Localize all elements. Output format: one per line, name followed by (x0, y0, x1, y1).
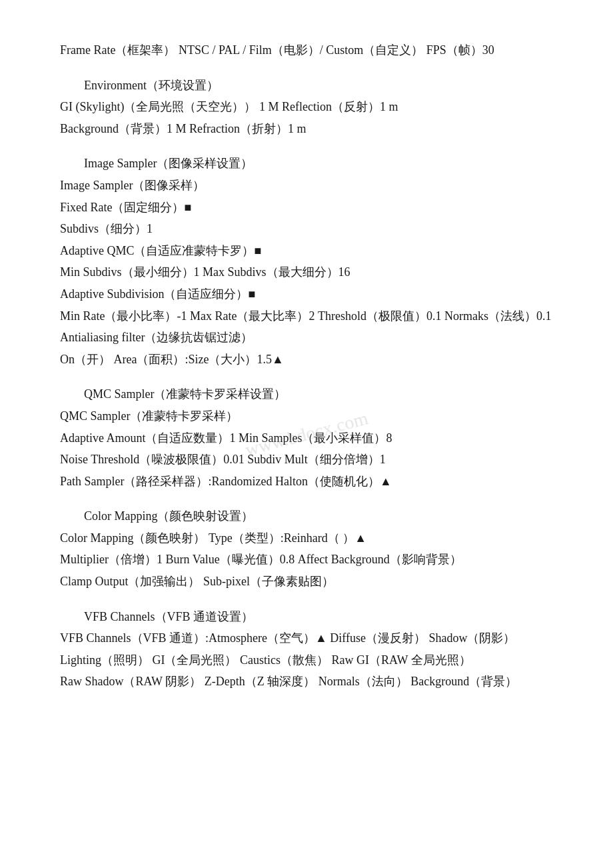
line-image-sampler-4: Min Subdivs（最小细分）1 Max Subdivs（最大细分）16 (60, 262, 553, 283)
line-image-sampler-0: Image Sampler（图像采样） (60, 175, 553, 196)
line-color-mapping-2: Clamp Output（加强输出） Sub-pixel（子像素贴图） (60, 571, 553, 592)
line-vfb-channels-2: Raw Shadow（RAW 阴影） Z-Depth（Z 轴深度） Normal… (60, 671, 553, 692)
section-header-environment: Environment（环境设置） (60, 75, 553, 96)
line-vfb-channels-1: Lighting（照明） GI（全局光照） Caustics（散焦） Raw G… (60, 650, 553, 671)
section-vfb-channels: VFB Channels（VFB 通道设置）VFB Channels（VFB 通… (60, 607, 553, 703)
document-content: Frame Rate（框架率） NTSC / PAL / Film（电影）/ C… (60, 40, 553, 703)
line-qmc-sampler-2: Noise Threshold（噪波极限值）0.01 Subdiv Mult（细… (60, 449, 553, 470)
section-header-qmc-sampler: QMC Sampler（准蒙特卡罗采样设置） (60, 384, 553, 405)
line-color-mapping-0: Color Mapping（颜色映射） Type（类型）:Reinhard（ ）… (60, 528, 553, 549)
line-image-sampler-5: Adaptive Subdivision（自适应细分）■ (60, 284, 553, 305)
section-color-mapping: Color Mapping（颜色映射设置）Color Mapping（颜色映射）… (60, 506, 553, 602)
line-qmc-sampler-3: Path Sampler（路径采样器）:Randomized Halton（使随… (60, 471, 553, 492)
line-vfb-channels-0: VFB Channels（VFB 通道）:Atmosphere（空气）▲ Dif… (60, 628, 553, 649)
line-frame-rate-0: Frame Rate（框架率） NTSC / PAL / Film（电影）/ C… (60, 40, 553, 61)
section-header-vfb-channels: VFB Channels（VFB 通道设置） (60, 607, 553, 627)
section-header-image-sampler: Image Sampler（图像采样设置） (60, 153, 553, 174)
section-image-sampler: Image Sampler（图像采样设置）Image Sampler（图像采样）… (60, 153, 553, 380)
line-image-sampler-1: Fixed Rate（固定细分）■ (60, 197, 553, 218)
line-image-sampler-8: On（开） Area（面积）:Size（大小）1.5▲ (60, 349, 553, 370)
section-frame-rate: Frame Rate（框架率） NTSC / PAL / Film（电影）/ C… (60, 40, 553, 71)
line-color-mapping-1: Multiplier（倍增）1 Burn Value（曝光值）0.8 Affec… (60, 549, 553, 570)
section-header-color-mapping: Color Mapping（颜色映射设置） (60, 506, 553, 527)
line-environment-1: Background（背景）1 M Refraction（折射）1 m (60, 119, 553, 139)
line-image-sampler-6: Min Rate（最小比率）-1 Max Rate（最大比率）2 Thresho… (60, 306, 553, 327)
section-qmc-sampler: QMC Sampler（准蒙特卡罗采样设置）QMC Sampler（准蒙特卡罗采… (60, 384, 553, 502)
line-image-sampler-3: Adaptive QMC（自适应准蒙特卡罗）■ (60, 241, 553, 261)
section-environment: Environment（环境设置）GI (Skylight)（全局光照（天空光）… (60, 75, 553, 150)
line-image-sampler-2: Subdivs（细分）1 (60, 219, 553, 239)
line-environment-0: GI (Skylight)（全局光照（天空光）） 1 M Reflection（… (60, 97, 553, 117)
line-qmc-sampler-1: Adaptive Amount（自适应数量）1 Min Samples（最小采样… (60, 428, 553, 449)
line-image-sampler-7: Antialiasing filter（边缘抗齿锯过滤） (60, 327, 553, 348)
line-qmc-sampler-0: QMC Sampler（准蒙特卡罗采样） (60, 406, 553, 427)
